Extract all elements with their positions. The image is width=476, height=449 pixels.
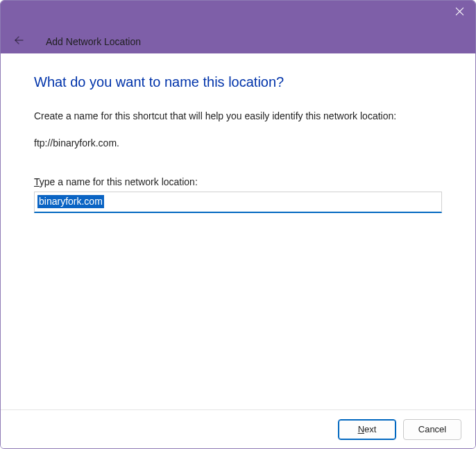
back-arrow-icon [13, 35, 24, 49]
close-icon [455, 6, 464, 19]
location-name-input[interactable]: binaryfork.com [34, 192, 442, 213]
input-selected-text: binaryfork.com [37, 195, 104, 208]
input-label-accel: T [34, 176, 40, 187]
input-label: Type a name for this network location: [34, 176, 442, 187]
description-text: Create a name for this shortcut that wil… [34, 110, 442, 124]
wizard-footer: Next Cancel [1, 409, 475, 448]
titlebar [1, 1, 475, 30]
next-button[interactable]: Next [338, 419, 396, 440]
wizard-header: Add Network Location [1, 30, 475, 53]
cancel-button[interactable]: Cancel [403, 419, 461, 440]
next-accel: N [358, 424, 364, 434]
wizard-content: What do you want to name this location? … [1, 53, 475, 409]
cancel-label: Cancel [418, 424, 446, 434]
input-label-rest: ype a name for this network location: [40, 176, 198, 187]
close-button[interactable] [443, 1, 475, 24]
page-heading: What do you want to name this location? [34, 74, 442, 90]
wizard-window: Add Network Location What do you want to… [0, 0, 476, 449]
next-rest: ext [364, 424, 376, 434]
wizard-title: Add Network Location [46, 36, 141, 47]
address-text: ftp://binaryfork.com. [34, 137, 442, 149]
back-button [9, 32, 28, 51]
